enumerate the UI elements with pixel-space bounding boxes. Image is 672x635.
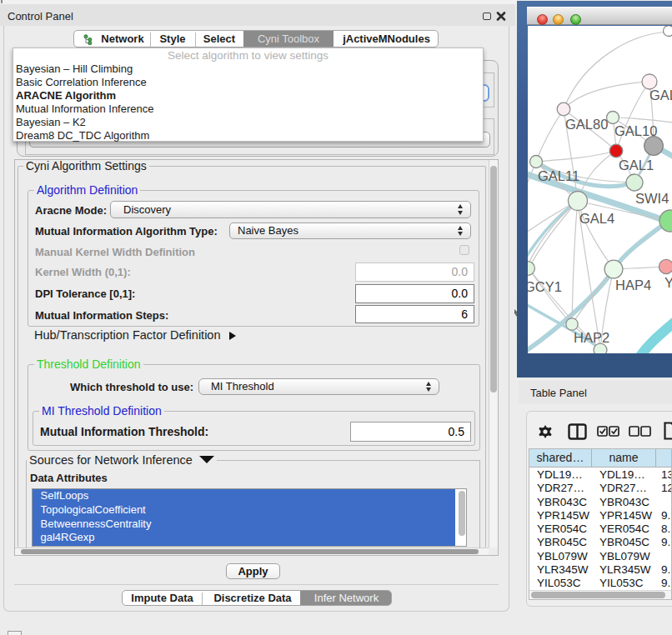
svg-text:GAL11: GAL11	[538, 168, 579, 183]
svg-text:GAL10: GAL10	[614, 123, 657, 138]
svg-text:SWI4: SWI4	[635, 191, 669, 206]
svg-text:GAL4: GAL4	[579, 211, 614, 226]
svg-text:HAP4: HAP4	[615, 278, 651, 292]
svg-text:GCY1: GCY1	[528, 279, 562, 294]
svg-text:HAP2: HAP2	[574, 330, 609, 345]
svg-text:GAL2: GAL2	[649, 88, 672, 102]
svg-text:GAL80: GAL80	[565, 117, 608, 132]
svg-text:Y: Y	[664, 275, 672, 290]
svg-text:GAL1: GAL1	[619, 158, 654, 172]
